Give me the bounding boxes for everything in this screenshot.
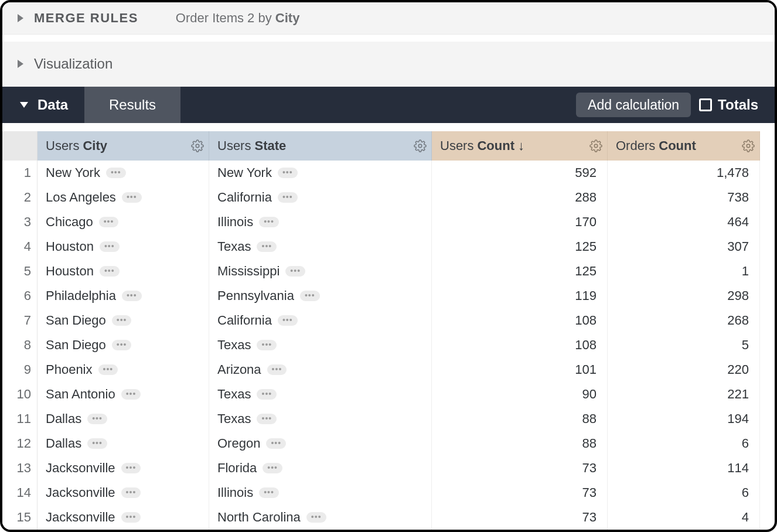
cell-users-count[interactable]: 108: [432, 308, 608, 333]
cell-state[interactable]: New York•••: [209, 161, 432, 185]
ellipsis-icon[interactable]: •••: [121, 463, 141, 473]
cell-orders-count[interactable]: 114: [608, 456, 760, 480]
ellipsis-icon[interactable]: •••: [259, 487, 279, 498]
ellipsis-icon[interactable]: •••: [98, 364, 118, 375]
cell-city[interactable]: Dallas•••: [38, 407, 209, 431]
ellipsis-icon[interactable]: •••: [99, 217, 119, 227]
ellipsis-icon[interactable]: •••: [285, 266, 305, 277]
cell-orders-count[interactable]: 464: [608, 210, 760, 234]
ellipsis-icon[interactable]: •••: [87, 438, 107, 449]
cell-users-count[interactable]: 119: [432, 284, 608, 308]
cell-orders-count[interactable]: 1,478: [608, 161, 760, 185]
ellipsis-icon[interactable]: •••: [300, 291, 320, 301]
cell-orders-count[interactable]: 4: [608, 505, 760, 530]
cell-state[interactable]: California•••: [209, 185, 432, 210]
ellipsis-icon[interactable]: •••: [100, 241, 120, 252]
column-header[interactable]: Orders Count: [608, 131, 760, 161]
cell-orders-count[interactable]: 221: [608, 382, 760, 407]
cell-users-count[interactable]: 125: [432, 234, 608, 259]
cell-city[interactable]: Houston•••: [38, 234, 209, 259]
ellipsis-icon[interactable]: •••: [100, 266, 120, 277]
cell-city[interactable]: Jacksonville•••: [38, 480, 209, 505]
cell-orders-count[interactable]: 220: [608, 357, 760, 382]
ellipsis-icon[interactable]: •••: [112, 340, 132, 350]
totals-toggle[interactable]: Totals: [699, 87, 775, 123]
cell-city[interactable]: San Diego•••: [38, 308, 209, 333]
cell-state[interactable]: Illinois•••: [209, 210, 432, 234]
ellipsis-icon[interactable]: •••: [267, 364, 287, 375]
cell-state[interactable]: Illinois•••: [209, 480, 432, 505]
cell-users-count[interactable]: 125: [432, 259, 608, 284]
column-header[interactable]: Users State: [209, 131, 432, 161]
gear-icon[interactable]: [589, 139, 602, 152]
cell-city[interactable]: Chicago•••: [38, 210, 209, 234]
data-tab[interactable]: Data: [2, 87, 84, 123]
results-tab[interactable]: Results: [84, 87, 180, 123]
cell-city[interactable]: San Diego•••: [38, 333, 209, 357]
ellipsis-icon[interactable]: •••: [306, 512, 326, 523]
cell-state[interactable]: North Carolina•••: [209, 505, 432, 530]
cell-users-count[interactable]: 73: [432, 456, 608, 480]
column-header[interactable]: Users Count ↓: [432, 131, 608, 161]
gear-icon[interactable]: [742, 139, 755, 152]
cell-state[interactable]: Texas•••: [209, 234, 432, 259]
cell-users-count[interactable]: 73: [432, 480, 608, 505]
cell-users-count[interactable]: 101: [432, 357, 608, 382]
cell-city[interactable]: Houston•••: [38, 259, 209, 284]
cell-orders-count[interactable]: 738: [608, 185, 760, 210]
cell-orders-count[interactable]: 5: [608, 333, 760, 357]
cell-users-count[interactable]: 73: [432, 505, 608, 530]
ellipsis-icon[interactable]: •••: [121, 487, 141, 498]
cell-orders-count[interactable]: 6: [608, 480, 760, 505]
ellipsis-icon[interactable]: •••: [266, 438, 286, 449]
cell-state[interactable]: Arizona•••: [209, 357, 432, 382]
ellipsis-icon[interactable]: •••: [259, 217, 279, 227]
cell-city[interactable]: Philadelphia•••: [38, 284, 209, 308]
cell-state[interactable]: Florida•••: [209, 456, 432, 480]
cell-city[interactable]: Jacksonville•••: [38, 456, 209, 480]
ellipsis-icon[interactable]: •••: [87, 414, 107, 424]
cell-orders-count[interactable]: 307: [608, 234, 760, 259]
cell-state[interactable]: Pennsylvania•••: [209, 284, 432, 308]
gear-icon[interactable]: [191, 139, 204, 152]
cell-city[interactable]: Phoenix•••: [38, 357, 209, 382]
cell-orders-count[interactable]: 6: [608, 431, 760, 456]
cell-users-count[interactable]: 88: [432, 407, 608, 431]
ellipsis-icon[interactable]: •••: [257, 241, 277, 252]
ellipsis-icon[interactable]: •••: [121, 389, 141, 400]
cell-users-count[interactable]: 592: [432, 161, 608, 185]
cell-users-count[interactable]: 88: [432, 431, 608, 456]
cell-state[interactable]: Texas•••: [209, 407, 432, 431]
ellipsis-icon[interactable]: •••: [278, 315, 298, 326]
merge-rules-panel[interactable]: MERGE RULES Order Items 2 by City: [2, 2, 775, 35]
cell-city[interactable]: Dallas•••: [38, 431, 209, 456]
cell-orders-count[interactable]: 268: [608, 308, 760, 333]
add-calculation-button[interactable]: Add calculation: [576, 93, 691, 117]
ellipsis-icon[interactable]: •••: [278, 168, 298, 178]
visualization-panel[interactable]: Visualization: [2, 42, 775, 87]
cell-orders-count[interactable]: 298: [608, 284, 760, 308]
cell-city[interactable]: New York•••: [38, 161, 209, 185]
cell-state[interactable]: Texas•••: [209, 333, 432, 357]
cell-orders-count[interactable]: 1: [608, 259, 760, 284]
cell-city[interactable]: San Antonio•••: [38, 382, 209, 407]
ellipsis-icon[interactable]: •••: [257, 414, 277, 424]
cell-users-count[interactable]: 108: [432, 333, 608, 357]
ellipsis-icon[interactable]: •••: [122, 192, 142, 203]
ellipsis-icon[interactable]: •••: [278, 192, 298, 203]
ellipsis-icon[interactable]: •••: [106, 168, 126, 178]
cell-state[interactable]: Mississippi•••: [209, 259, 432, 284]
cell-orders-count[interactable]: 194: [608, 407, 760, 431]
ellipsis-icon[interactable]: •••: [122, 291, 142, 301]
gear-icon[interactable]: [414, 139, 427, 152]
cell-state[interactable]: California•••: [209, 308, 432, 333]
cell-users-count[interactable]: 288: [432, 185, 608, 210]
cell-city[interactable]: Los Angeles•••: [38, 185, 209, 210]
cell-city[interactable]: Jacksonville•••: [38, 505, 209, 530]
ellipsis-icon[interactable]: •••: [257, 389, 277, 400]
ellipsis-icon[interactable]: •••: [257, 340, 277, 350]
ellipsis-icon[interactable]: •••: [112, 315, 132, 326]
cell-state[interactable]: Texas•••: [209, 382, 432, 407]
cell-users-count[interactable]: 170: [432, 210, 608, 234]
ellipsis-icon[interactable]: •••: [263, 463, 282, 473]
